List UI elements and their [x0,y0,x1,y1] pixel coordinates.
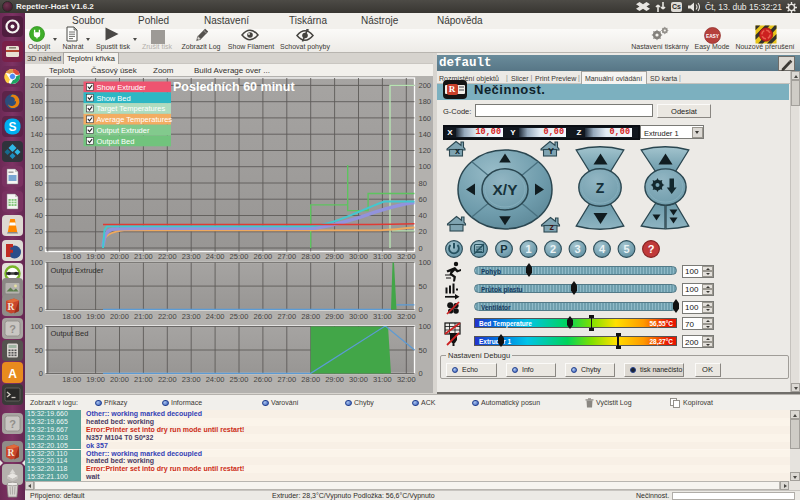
svg-text:3: 3 [574,243,580,255]
svg-text:100: 100 [30,162,43,171]
svg-text:100: 100 [419,258,432,267]
svg-text:140: 140 [30,130,43,139]
svg-text:200: 200 [30,81,43,90]
svg-text:32:00: 32:00 [397,312,416,321]
svg-text:31:00: 31:00 [373,252,392,261]
svg-text:27:00: 27:00 [277,375,296,384]
svg-text:Z: Z [596,180,605,196]
svg-text:EASY: EASY [706,34,720,39]
svg-text:0: 0 [419,369,423,378]
svg-text:20:00: 20:00 [110,375,129,384]
svg-text:27:00: 27:00 [277,312,296,321]
svg-text:200: 200 [419,81,432,90]
svg-text:31:00: 31:00 [373,312,392,321]
svg-text:R: R [8,302,15,312]
svg-text:20: 20 [419,227,427,236]
svg-text:2: 2 [550,243,556,255]
svg-text:21:00: 21:00 [134,252,153,261]
svg-text:0: 0 [419,305,423,314]
svg-text:24:00: 24:00 [206,312,225,321]
svg-text:50: 50 [35,282,43,291]
svg-text:25:00: 25:00 [230,375,249,384]
svg-text:22:00: 22:00 [158,312,177,321]
svg-text:60: 60 [35,195,43,204]
svg-text:30:00: 30:00 [349,312,368,321]
svg-text:32:00: 32:00 [397,252,416,261]
svg-text:32:00: 32:00 [397,375,416,384]
svg-text:0: 0 [39,244,43,253]
svg-text:5: 5 [623,243,629,255]
svg-text:?: ? [9,418,16,430]
svg-text:23:00: 23:00 [182,252,201,261]
svg-text:180: 180 [419,97,432,106]
svg-text:S: S [8,120,16,134]
svg-text:X/Y: X/Y [493,181,519,198]
svg-text:29:00: 29:00 [325,312,344,321]
svg-text:26:00: 26:00 [254,312,273,321]
svg-text:27:00: 27:00 [277,252,296,261]
svg-text:21:00: 21:00 [134,312,153,321]
svg-text:40: 40 [35,211,43,220]
svg-text:60: 60 [419,195,427,204]
svg-text:26:00: 26:00 [254,375,273,384]
svg-text:31:00: 31:00 [373,375,392,384]
svg-text:0: 0 [39,305,43,314]
svg-text:Output Extruder: Output Extruder [97,126,150,135]
svg-text:25:00: 25:00 [230,312,249,321]
svg-text:0: 0 [39,369,43,378]
svg-text:21:00: 21:00 [134,375,153,384]
svg-text:28:00: 28:00 [301,312,320,321]
svg-text:A: A [8,366,17,380]
svg-text:?: ? [648,243,655,255]
svg-text:20:00: 20:00 [110,312,129,321]
svg-text:50: 50 [419,346,427,355]
svg-text:18:00: 18:00 [62,252,81,261]
svg-text:Output Extruder: Output Extruder [51,266,104,275]
svg-text:100: 100 [30,258,43,267]
svg-text:20:00: 20:00 [110,252,129,261]
svg-text:Average Temperatures: Average Temperatures [97,115,173,124]
svg-text:22:00: 22:00 [158,375,177,384]
svg-text:19:00: 19:00 [86,375,105,384]
svg-text:z: z [550,222,555,232]
svg-text:29:00: 29:00 [325,375,344,384]
svg-text:20: 20 [35,227,43,236]
svg-text:24:00: 24:00 [206,252,225,261]
svg-text:28:00: 28:00 [301,252,320,261]
svg-text:100: 100 [30,322,43,331]
svg-text:30:00: 30:00 [349,375,368,384]
svg-text:120: 120 [30,146,43,155]
svg-text:Show Extruder: Show Extruder [97,83,147,92]
svg-text:25:00: 25:00 [230,252,249,261]
svg-text:23:00: 23:00 [182,375,201,384]
svg-text:Target Temperatures: Target Temperatures [97,104,166,113]
svg-text:19:00: 19:00 [86,252,105,261]
svg-text:18:00: 18:00 [62,375,81,384]
svg-text:1: 1 [525,243,531,255]
svg-text:18:00: 18:00 [62,312,81,321]
svg-text:160: 160 [419,114,432,123]
svg-text:24:00: 24:00 [206,375,225,384]
svg-text:Show Bed: Show Bed [97,94,131,103]
svg-text:Output Bed: Output Bed [97,137,135,146]
svg-text:Y: Y [548,146,554,156]
svg-text:23:00: 23:00 [182,312,201,321]
svg-text:120: 120 [419,146,432,155]
svg-text:80: 80 [419,179,427,188]
svg-text:P: P [500,243,507,255]
svg-text:28:00: 28:00 [301,375,320,384]
svg-text:?: ? [9,323,16,335]
svg-text:160: 160 [30,114,43,123]
svg-text:50: 50 [419,282,427,291]
svg-text:180: 180 [30,97,43,106]
svg-text:22:00: 22:00 [158,252,177,261]
svg-text:Output Bed: Output Bed [51,329,89,338]
svg-text:40: 40 [419,211,427,220]
svg-text:50: 50 [35,346,43,355]
svg-text:4: 4 [599,243,606,255]
svg-text:140: 140 [419,130,432,139]
svg-text:100: 100 [419,322,432,331]
svg-text:80: 80 [35,179,43,188]
svg-text:100: 100 [419,162,432,171]
svg-text:30:00: 30:00 [349,252,368,261]
